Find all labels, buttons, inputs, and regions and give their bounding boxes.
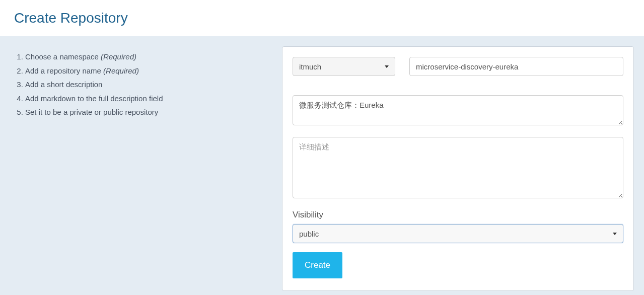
full-description-textarea[interactable]	[293, 137, 623, 198]
step-text: Add markdown to the full description fie…	[25, 94, 163, 103]
step-item: Choose a namespace (Required)	[25, 50, 278, 63]
step-item: Add a repository name (Required)	[25, 64, 278, 78]
page-title: Create Repository	[14, 10, 630, 26]
step-required: (Required)	[103, 66, 139, 75]
page-header: Create Repository	[0, 0, 644, 36]
step-text: Add a repository name	[25, 66, 103, 75]
steps-panel: Choose a namespace (Required) Add a repo…	[10, 46, 282, 291]
step-text: Set it to be a private or public reposit…	[25, 108, 158, 116]
steps-list: Choose a namespace (Required) Add a repo…	[14, 50, 278, 119]
caret-down-icon	[385, 65, 389, 68]
repo-name-input[interactable]	[409, 57, 623, 76]
form-panel: itmuch 微服务测试仓库：Eureka Visibility public …	[282, 46, 634, 291]
step-item: Add a short description	[25, 78, 278, 91]
form-column: itmuch 微服务测试仓库：Eureka Visibility public …	[282, 46, 634, 291]
step-text: Add a short description	[25, 80, 102, 89]
step-item: Add markdown to the full description fie…	[25, 92, 278, 105]
visibility-select[interactable]: public	[293, 224, 623, 243]
step-required: (Required)	[101, 52, 136, 61]
namespace-selected-value: itmuch	[299, 62, 321, 71]
step-item: Set it to be a private or public reposit…	[25, 106, 278, 119]
content-wrapper: Choose a namespace (Required) Add a repo…	[0, 36, 644, 295]
create-button[interactable]: Create	[293, 252, 342, 278]
short-description-textarea[interactable]: 微服务测试仓库：Eureka	[293, 95, 623, 125]
namespace-select[interactable]: itmuch	[293, 57, 395, 76]
step-text: Choose a namespace	[25, 52, 101, 61]
visibility-selected-value: public	[299, 230, 319, 238]
visibility-label: Visibility	[293, 210, 623, 220]
caret-down-icon	[613, 233, 617, 235]
